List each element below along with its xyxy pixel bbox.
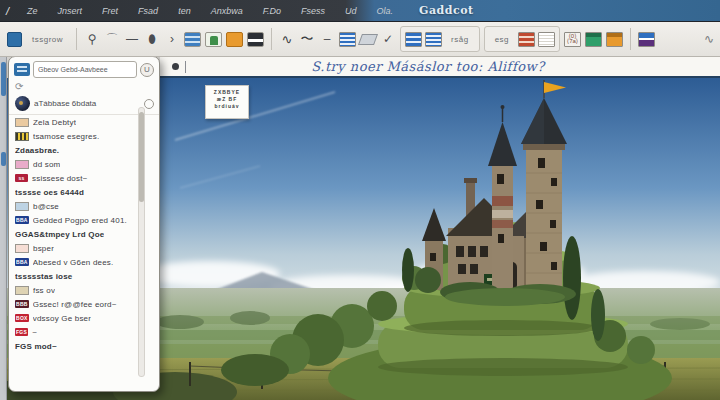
list-item[interactable]: dd som <box>15 157 139 171</box>
preset-label: tssgrow <box>32 35 63 44</box>
apply-button[interactable]: ✓ <box>380 29 396 49</box>
color-swatch <box>15 202 29 211</box>
orange-tile-icon <box>226 32 243 47</box>
refresh-icon[interactable]: ⟳ <box>15 81 23 92</box>
list-item[interactable]: ssssissese dost~ <box>15 171 139 185</box>
separator <box>76 28 77 50</box>
list-item[interactable]: FGS mod~ <box>15 339 139 353</box>
list-item[interactable]: fss ov <box>15 283 139 297</box>
list-item[interactable]: b@cse <box>15 199 139 213</box>
formula-bar[interactable]: S.try noer Másáslor too: Aliffow? <box>160 57 720 78</box>
list-item-label: ~ <box>32 328 37 337</box>
caret-icon[interactable]: › <box>164 29 180 49</box>
fraction-grid-button[interactable]: ⟨0⟩ ⟨7a⟩ <box>564 29 581 49</box>
menu-item[interactable]: Ola. <box>367 6 404 16</box>
layers-icon <box>247 32 264 47</box>
table-style-2-button[interactable] <box>425 29 442 49</box>
curve-tool-button[interactable]: ∿ <box>279 29 295 49</box>
color-swatch <box>15 244 29 253</box>
list-item-label: Zela Debtyt <box>33 118 76 127</box>
table-green-button[interactable] <box>585 29 602 49</box>
line-tool-button[interactable]: — <box>124 29 140 49</box>
profile-row[interactable]: aTábbase 6bdata <box>9 94 159 115</box>
menu-item[interactable]: Jnsert <box>48 6 93 16</box>
menu-item[interactable]: Fsess <box>291 6 335 16</box>
shape-fill-button[interactable] <box>360 29 376 49</box>
app-icon: / <box>6 5 9 17</box>
list-item[interactable]: BBBGssec! r@@fee eord~ <box>15 297 139 311</box>
menu-item[interactable]: Ud <box>335 6 367 16</box>
search-input[interactable] <box>33 61 137 78</box>
list-item[interactable]: Zela Debtyt <box>15 115 139 129</box>
table-blue-button[interactable] <box>339 29 356 49</box>
scrollbar-thumb[interactable] <box>139 112 144 202</box>
list-item[interactable]: BOXvdssoy Ge bser <box>15 311 139 325</box>
list-item-label: tsssse oes 6444d <box>15 188 84 197</box>
list-item-label: fss ov <box>33 286 55 295</box>
list-item[interactable]: tsssse oes 6444d <box>15 185 139 199</box>
menu-item[interactable]: Anxbwa <box>201 6 253 16</box>
menu-item[interactable]: Ze <box>17 6 48 16</box>
blue-rows-icon <box>184 32 201 47</box>
menu-item[interactable]: Fsad <box>128 6 168 16</box>
menu-item[interactable]: Fret <box>92 6 128 16</box>
blue-grid-table-icon <box>425 32 442 47</box>
style-thumbnail-stack[interactable] <box>247 29 264 49</box>
list-item-label: Gedded Pogpo ered 401. <box>33 216 127 225</box>
style-thumbnail-figure[interactable] <box>205 29 222 49</box>
menu-item[interactable]: ten <box>168 6 201 16</box>
table-bluepurple-button[interactable] <box>638 29 655 49</box>
table-style-red-button[interactable] <box>518 29 535 49</box>
lined-table-icon <box>538 32 555 47</box>
menu-item[interactable]: F.Do <box>253 6 291 16</box>
bullet-icon <box>172 63 179 70</box>
list-item[interactable]: Zdaasbrae. <box>15 143 139 157</box>
color-swatch <box>15 160 29 169</box>
color-swatch <box>15 286 29 295</box>
panel-icon <box>14 63 30 76</box>
arc-tool-button[interactable]: ⌒ <box>104 29 120 49</box>
avatar <box>15 96 30 111</box>
item-badge: ss <box>15 174 28 182</box>
item-badge: BBB <box>15 300 29 308</box>
list-item[interactable]: BBAAbesed v G6en dees. <box>15 255 139 269</box>
grid-cell-bottom: ⟨7a⟩ <box>567 39 578 44</box>
list-item-label: bsper <box>33 244 54 253</box>
freeform-tool-button[interactable]: 〜 <box>299 29 315 49</box>
table-style-lines-button[interactable] <box>538 29 555 49</box>
note-card[interactable]: ZXBBYE æZ BF brdiuáv <box>205 85 249 119</box>
toolbar-overflow-button[interactable]: ∿ <box>704 32 714 46</box>
style-list: Zela Debtyttsamose esegres.Zdaasbrae.dd … <box>9 113 139 391</box>
list-item-label: b@cse <box>33 202 59 211</box>
list-item[interactable]: FGS~ <box>15 325 139 339</box>
fill-color-button[interactable] <box>6 29 22 49</box>
item-badge: FGS <box>15 328 28 336</box>
table-style-group-2: esg <box>484 26 560 52</box>
list-item-label: vdssoy Ge bser <box>33 314 91 323</box>
table-style-1-button[interactable] <box>405 29 422 49</box>
list-item[interactable]: BBAGedded Pogpo ered 401. <box>15 213 139 227</box>
list-item[interactable]: tssssstas iose <box>15 269 139 283</box>
table-style-group: rsåg <box>400 26 480 52</box>
list-item[interactable]: bsper <box>15 241 139 255</box>
panel-scrollbar[interactable] <box>138 107 145 377</box>
pin-tool-button[interactable]: ⚲ <box>84 29 100 49</box>
table-orange-button[interactable] <box>606 29 623 49</box>
green-figure-icon <box>205 32 222 47</box>
item-badge: BBA <box>15 258 29 266</box>
search-button[interactable]: U <box>140 63 154 77</box>
list-item-label: ssissese dost~ <box>32 174 88 183</box>
menubar: / ZeJnsertFretFsadtenAnxbwaF.DoFsessUdOl… <box>0 0 720 22</box>
dash-tool-button[interactable]: – <box>319 29 335 49</box>
ellipse-tool-button[interactable]: ⬮ <box>144 29 160 49</box>
list-item[interactable]: tsamose esegres. <box>15 129 139 143</box>
style-thumbnail-blue[interactable] <box>184 29 201 49</box>
note-line: ZXBBYE <box>208 89 246 96</box>
note-line: brdiuáv <box>208 103 246 110</box>
separator <box>271 28 272 50</box>
list-item-label: dd som <box>33 160 60 169</box>
style-thumbnail-orange[interactable] <box>226 29 243 49</box>
list-item[interactable]: GGAS&tmpey Lrd Qoe <box>15 227 139 241</box>
scroll-mark <box>1 152 6 166</box>
refresh-row: ⟳ <box>9 80 159 94</box>
